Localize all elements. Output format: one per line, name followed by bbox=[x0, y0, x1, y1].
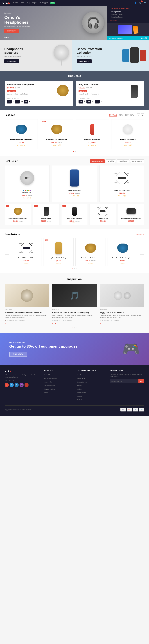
nav-home[interactable]: Home bbox=[13, 2, 18, 4]
arrival-card-3[interactable]: B-46 Bluetooth Headphones $89.99 $99.00 … bbox=[75, 238, 106, 266]
feature-card-4[interactable]: Elbosoft SoundLink® $395.00 ★★★★☆ (9) bbox=[111, 119, 144, 149]
features-prev[interactable]: ‹ bbox=[137, 114, 140, 117]
footer-link-item[interactable]: Shipping bbox=[77, 394, 105, 397]
bs-small-3-old: $99.00 bbox=[75, 220, 80, 222]
bs-small-4[interactable]: Camera Drone $229.99 ★★★★☆ bbox=[90, 204, 116, 226]
arrivals-dot-3[interactable] bbox=[76, 268, 77, 269]
insp-2-read-more[interactable]: Read more bbox=[52, 323, 60, 325]
hero-shop-btn[interactable]: SHOP NOW ↗ bbox=[4, 29, 19, 33]
cat-left-subtitle: Simple sounds beautiful bbox=[4, 56, 49, 57]
arrival-card-4[interactable]: Extra Bass On-Ear Headphones $84.99 ★★★★… bbox=[108, 238, 138, 266]
bs-small-5[interactable]: Flat Wireless Game Controller $160.00 ★★… bbox=[118, 204, 144, 226]
cat-left-btn[interactable]: SHOP NOW ↗ bbox=[4, 59, 19, 63]
cat-left-title: HeadphonesSpeakers bbox=[4, 47, 49, 54]
social-twitter[interactable]: t bbox=[15, 383, 19, 387]
indicator-0[interactable] bbox=[4, 37, 6, 38]
bs-tab-cases[interactable]: Cases Protection bbox=[90, 160, 105, 163]
arrivals-shop-all[interactable]: Shop All → bbox=[136, 234, 144, 235]
side-item-power[interactable]: Power & Cables bbox=[110, 13, 146, 16]
insp-dot-1[interactable] bbox=[72, 328, 73, 328]
tab-new[interactable]: NEW bbox=[119, 114, 123, 116]
footer-link-item[interactable]: Contact bbox=[44, 391, 72, 394]
navbar-links: Home Shop Blog Pages RTL Support NEW bbox=[13, 2, 55, 4]
footer-bottom: Copyright © 2018 CIZE. All rights reserv… bbox=[5, 406, 144, 412]
nav-blog[interactable]: Blog bbox=[26, 2, 30, 4]
insp-dot-3[interactable] bbox=[76, 328, 77, 328]
search-icon[interactable]: 🔍 bbox=[144, 2, 146, 4]
features-dot-1[interactable] bbox=[73, 151, 74, 152]
insp-3-read-more[interactable]: Read more bbox=[100, 323, 107, 325]
tab-popular[interactable]: POPULAR bbox=[109, 114, 117, 116]
arrival-card-2[interactable]: NEW Iphone 256GB Factory $350.0 ★★★★☆ bbox=[43, 238, 74, 266]
indicator-1[interactable] bbox=[6, 37, 8, 38]
arrivals-dot-1[interactable] bbox=[72, 268, 73, 269]
footer-link-item[interactable]: Financial Services bbox=[44, 388, 72, 390]
newsletter-input[interactable] bbox=[110, 379, 138, 383]
cat-right-btn[interactable]: SHOP NOW ↗ bbox=[77, 59, 92, 63]
nav-shop[interactable]: Shop bbox=[20, 2, 24, 4]
footer-link-item[interactable]: Delivery Service bbox=[77, 380, 105, 383]
feature-3-img bbox=[78, 122, 106, 137]
bs-card-drone[interactable]: Pocket RC Drone 3.4Ghz $469.00 ★★★★☆ (8) bbox=[99, 165, 144, 202]
nav-rtl[interactable]: RTL Support bbox=[39, 2, 48, 4]
insp-2-comments: 💬 2 Comments bbox=[63, 320, 72, 321]
footer-link-item[interactable]: Clarity & Production bbox=[44, 373, 72, 376]
insp-1-comments: 💬 2 Comments bbox=[16, 320, 25, 321]
footer-link-item[interactable]: Contact bbox=[77, 398, 105, 401]
cat-banner-left: HeadphonesSpeakers Simple sounds beautif… bbox=[0, 40, 72, 71]
bs-card-watch[interactable]: 22:30 Nectarine Suit 2 $69.00 $99.00 ★★★… bbox=[5, 165, 50, 202]
bs-small-3[interactable]: LIVE Ring Video Doorbell 2 $89.00 $99.00… bbox=[61, 204, 88, 226]
feature-card-3[interactable]: Nectarine Sport Band $3,109.00 ★★★★☆ (6) bbox=[76, 119, 109, 149]
insp-dot-2[interactable] bbox=[74, 328, 75, 328]
deal-2-img bbox=[126, 83, 142, 98]
social-facebook[interactable]: f bbox=[10, 383, 14, 387]
social-youtube[interactable]: ▶ bbox=[5, 383, 9, 387]
logo[interactable]: CIZE bbox=[3, 1, 10, 4]
cart-icon[interactable]: 🛒 1 bbox=[139, 2, 142, 4]
user-icon[interactable]: 👤 bbox=[134, 2, 137, 4]
footer-link-item[interactable]: Customer Services bbox=[44, 384, 72, 387]
deal-1-new-price: $89.00 bbox=[7, 86, 14, 89]
features-next[interactable]: › bbox=[141, 114, 144, 117]
footer-link-item[interactable]: Help Center bbox=[77, 373, 105, 376]
arrivals-dot-2[interactable] bbox=[74, 268, 75, 269]
feature-card-1[interactable]: Extra Bass On-Ear Headphone $49.89 ★★★★☆… bbox=[5, 119, 38, 149]
tab-best-deal[interactable]: BEST DEAL bbox=[125, 114, 134, 116]
social-instagram[interactable]: 📷 bbox=[20, 383, 24, 387]
bs-tab-power[interactable]: Power & Cables bbox=[130, 160, 144, 163]
nav-pages[interactable]: Pages bbox=[32, 2, 37, 4]
footer-link-item[interactable]: Register bbox=[77, 388, 105, 390]
footer-link-item[interactable]: Privacy Policy bbox=[77, 391, 105, 394]
arrivals-next[interactable]: › bbox=[140, 250, 144, 254]
hero-side: FEATURED CATEGORIES Headphones Power & C… bbox=[107, 6, 149, 40]
cart-badge: 1 bbox=[141, 0, 143, 2]
live-badge-1: LIVE bbox=[6, 205, 9, 207]
insp-1-read-more[interactable]: Read more bbox=[5, 323, 12, 325]
feature-card-2[interactable]: NEW B-46 Bluetooth Headphones $89.00 $99… bbox=[40, 119, 73, 149]
bs-small-3-price: $89.00 bbox=[70, 220, 74, 222]
side-item-cases[interactable]: Premium Cases bbox=[110, 16, 146, 18]
bs-tab-creativity[interactable]: Creativity bbox=[106, 160, 116, 163]
bs-card-phonecase[interactable]: Extra Leather Folio $14.40 $16.59 ★★★★☆ … bbox=[52, 165, 97, 202]
bs-small-1[interactable]: LIVE B-46 Bluetooth Headphones $89.00 $9… bbox=[5, 204, 31, 226]
arrivals-prev[interactable]: ‹ bbox=[5, 250, 9, 254]
footer-link-item[interactable]: Privacy Policy bbox=[44, 380, 72, 383]
side-shop-link[interactable]: Shop now → bbox=[110, 20, 146, 21]
footer-logo: CIZE bbox=[5, 370, 39, 372]
bs-tab-headphones[interactable]: Headphones bbox=[117, 160, 129, 163]
promo-shop-btn[interactable]: SHOP NOW ↗ bbox=[9, 352, 27, 357]
side-item-headphones[interactable]: Headphones bbox=[110, 10, 146, 13]
footer-link-item[interactable]: Returns bbox=[77, 384, 105, 387]
follow-us-label: FOLLOW US bbox=[5, 380, 39, 382]
newsletter-submit[interactable]: GO bbox=[138, 379, 144, 383]
indicator-2[interactable] bbox=[8, 37, 9, 38]
footer-link-item[interactable]: Headphones Factory bbox=[44, 377, 72, 380]
footer-link-item[interactable]: How to Order bbox=[77, 377, 105, 380]
feature-2-img bbox=[43, 122, 71, 137]
cat-right-subtitle: Crafted from European bbox=[77, 56, 121, 57]
promo-bar[interactable]: Cio Belcorse Moby Brick $345.89 bbox=[107, 36, 149, 40]
social-pinterest[interactable]: P bbox=[25, 383, 29, 387]
arrival-card-1[interactable]: Pocket RC Drone 2.4Ghz $480.00 ★★★★☆ bbox=[11, 238, 41, 266]
features-dot-2[interactable] bbox=[75, 151, 76, 152]
bs-small-2[interactable]: LIVE Huawei Nene 8 $19.99 $99.00 ★★★★☆ bbox=[33, 204, 59, 226]
